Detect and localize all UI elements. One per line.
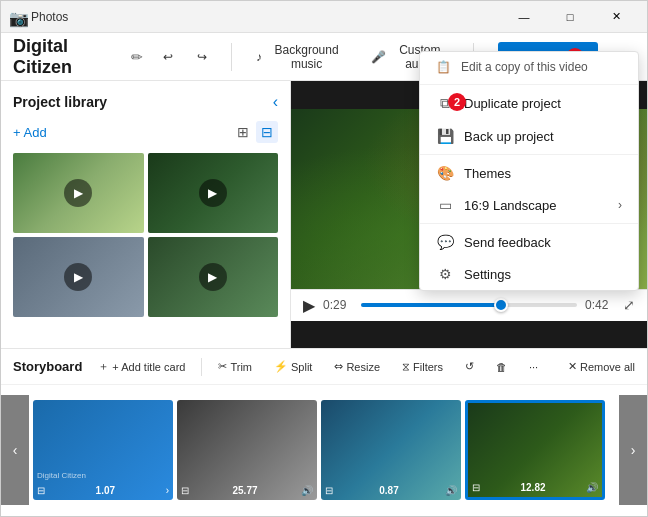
settings-item[interactable]: ⚙ Settings — [420, 258, 638, 290]
play-button[interactable]: ▶ — [303, 296, 315, 315]
rotate-icon: ↺ — [465, 360, 474, 373]
sb-separator — [201, 358, 202, 376]
clip-watermark: Digital Citizen — [37, 471, 86, 480]
menu-divider — [420, 84, 638, 85]
trim-button[interactable]: ✂ Trim — [212, 358, 258, 375]
media-item[interactable]: ▶ — [13, 153, 144, 233]
remove-all-button[interactable]: ✕ Remove all — [568, 360, 635, 373]
storyboard-clips: ‹ Digital Citizen ⊟ 1.07 › ⊟ 25.77 🔊 — [1, 385, 647, 515]
add-title-card-button[interactable]: ＋ + Add title card — [92, 357, 191, 376]
copy-icon: 📋 — [436, 60, 451, 74]
next-clip-button[interactable]: › — [619, 395, 647, 505]
edit-copy-label: Edit a copy of this video — [461, 60, 588, 74]
clip-duration: 1.07 — [96, 485, 115, 496]
window-controls: — □ ✕ — [501, 1, 639, 33]
filters-button[interactable]: ⧖ Filters — [396, 358, 449, 375]
themes-item[interactable]: 🎨 Themes — [420, 157, 638, 189]
add-media-button[interactable]: + Add — [13, 125, 47, 140]
grid-view-button[interactable]: ⊞ — [232, 121, 254, 143]
landscape-icon: ▭ — [436, 197, 454, 213]
sound-icon: 🔊 — [445, 485, 457, 496]
feedback-icon: 💬 — [436, 234, 454, 250]
project-name: Digital Citizen — [13, 36, 113, 78]
play-overlay: ▶ — [64, 263, 92, 291]
list-view-button[interactable]: ⊟ — [256, 121, 278, 143]
background-music-button[interactable]: ♪ Background music — [248, 39, 355, 75]
backup-icon: 💾 — [436, 128, 454, 144]
undo-button[interactable]: ↩ — [155, 46, 181, 68]
undo-icon: ↩ — [163, 50, 173, 64]
clip-type-icon: ⊟ — [37, 485, 45, 496]
view-toggle: ⊞ ⊟ — [232, 121, 278, 143]
project-library-panel: Project library ‹ + Add ⊞ ⊟ ▶ ▶ ▶ — [1, 81, 291, 348]
media-item[interactable]: ▶ — [148, 153, 279, 233]
close-button[interactable]: ✕ — [593, 1, 639, 33]
grid-icon: ⊞ — [237, 124, 249, 140]
clip-item[interactable]: ⊟ 0.87 🔊 — [321, 400, 461, 500]
clip-item[interactable]: ⊟ 25.77 🔊 — [177, 400, 317, 500]
storyboard-header: Storyboard ＋ + Add title card ✂ Trim ⚡ S… — [1, 349, 647, 385]
edit-name-button[interactable]: ✏ — [127, 45, 147, 69]
play-overlay: ▶ — [199, 179, 227, 207]
media-item[interactable]: ▶ — [148, 237, 279, 317]
split-button[interactable]: ⚡ Split — [268, 358, 318, 375]
storyboard-title: Storyboard — [13, 359, 82, 374]
music-icon: ♪ — [256, 50, 262, 64]
clip-item[interactable]: Digital Citizen ⊟ 1.07 › — [33, 400, 173, 500]
clip-type-icon: ⊟ — [472, 482, 480, 493]
clip-label-row: ⊟ 1.07 › — [37, 485, 169, 496]
duplicate-label: Duplicate project — [464, 96, 622, 111]
panel-header: Project library ‹ — [13, 93, 278, 111]
clip-label-row: ⊟ 0.87 🔊 — [325, 485, 457, 496]
current-time: 0:29 — [323, 298, 353, 312]
title-bar: 📷 Photos — □ ✕ — [1, 1, 647, 33]
playback-controls: ▶ 0:29 0:42 ⤢ — [291, 289, 647, 321]
prev-clip-button[interactable]: ‹ — [1, 395, 29, 505]
panel-title: Project library — [13, 94, 107, 110]
duplicate-project-item[interactable]: ⧉ 2 Duplicate project — [420, 87, 638, 120]
progress-fill — [361, 303, 501, 307]
feedback-label: Send feedback — [464, 235, 622, 250]
delete-icon: 🗑 — [496, 361, 507, 373]
filters-icon: ⧖ — [402, 360, 410, 373]
backup-project-item[interactable]: 💾 Back up project — [420, 120, 638, 152]
sound-icon: 🔊 — [586, 482, 598, 493]
menu-header-item: 📋 Edit a copy of this video — [420, 52, 638, 82]
progress-thumb — [494, 298, 508, 312]
resize-button[interactable]: ⇔ Resize — [328, 358, 386, 375]
media-item[interactable]: ▶ — [13, 237, 144, 317]
clip-type-icon: ⊟ — [181, 485, 189, 496]
clip-type-icon: ⊟ — [325, 485, 333, 496]
clip-label-row: ⊟ 12.82 🔊 — [472, 482, 598, 493]
redo-icon: ↪ — [197, 50, 207, 64]
expand-button[interactable]: ⤢ — [623, 297, 635, 313]
clips-area: Digital Citizen ⊟ 1.07 › ⊟ 25.77 🔊 ⊟ 0.8… — [29, 400, 619, 500]
landscape-label: 16:9 Landscape — [464, 198, 608, 213]
nav-right-icon: › — [166, 485, 169, 496]
collapse-panel-button[interactable]: ‹ — [273, 93, 278, 111]
clip-label-row: ⊟ 25.77 🔊 — [181, 485, 313, 496]
chevron-right-icon: › — [618, 198, 622, 212]
themes-icon: 🎨 — [436, 165, 454, 181]
play-overlay: ▶ — [64, 179, 92, 207]
maximize-button[interactable]: □ — [547, 1, 593, 33]
clip-item[interactable]: ⊟ 12.82 🔊 — [465, 400, 605, 500]
feedback-item[interactable]: 💬 Send feedback — [420, 226, 638, 258]
close-icon: ✕ — [568, 360, 577, 373]
landscape-item[interactable]: ▭ 16:9 Landscape › — [420, 189, 638, 221]
clip-duration: 25.77 — [232, 485, 257, 496]
dropdown-menu: 📋 Edit a copy of this video ⧉ 2 Duplicat… — [419, 51, 639, 291]
gear-icon: ⚙ — [436, 266, 454, 282]
add-row: + Add ⊞ ⊟ — [13, 121, 278, 143]
redo-button[interactable]: ↪ — [189, 46, 215, 68]
toolbar-separator — [231, 43, 232, 71]
minimize-button[interactable]: — — [501, 1, 547, 33]
sb-more-button[interactable]: ··· — [523, 359, 544, 375]
end-time: 0:42 — [585, 298, 615, 312]
menu-divider-3 — [420, 223, 638, 224]
rotate-button[interactable]: ↺ — [459, 358, 480, 375]
list-icon: ⊟ — [261, 124, 273, 140]
progress-bar[interactable] — [361, 303, 577, 307]
sound-icon: 🔊 — [301, 485, 313, 496]
delete-clip-button[interactable]: 🗑 — [490, 359, 513, 375]
